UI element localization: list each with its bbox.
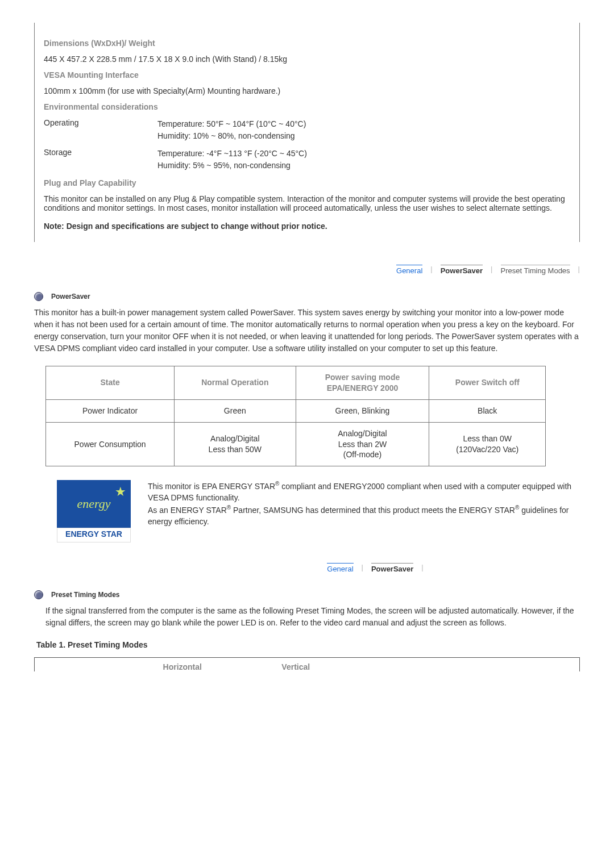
env-heading: Environmental considerations: [44, 102, 570, 111]
energy-star-logo: ★ energy ENERGY STAR: [57, 480, 131, 542]
bullet-icon: [34, 590, 43, 599]
col-off: Power Switch off: [429, 366, 546, 400]
energy-logo-caption: ENERGY STAR: [57, 528, 131, 542]
col-normal: Normal Operation: [175, 366, 296, 400]
row-label: Power Indicator: [46, 399, 175, 422]
powersaver-title: PowerSaver: [51, 293, 90, 301]
energy-p2a: As an ENERGY STAR: [148, 505, 227, 514]
section-tabs: General | PowerSaver |: [34, 563, 580, 573]
env-operating-value: Temperature: 50°F ~ 104°F (10°C ~ 40°C) …: [157, 118, 570, 142]
tab-separator: |: [362, 563, 363, 573]
dimensions-heading: Dimensions (WxDxH)/ Weight: [44, 39, 570, 48]
table-row: State Normal Operation Power saving mode…: [46, 366, 546, 400]
env-storage-value: Temperature: -4°F ~113 °F (-20°C ~ 45°C)…: [157, 148, 570, 172]
col-horizontal: Horizontal: [126, 662, 239, 671]
col-spacer: [35, 662, 126, 671]
tab-general[interactable]: General: [396, 265, 422, 275]
section-tabs: General | PowerSaver | Preset Timing Mod…: [34, 265, 580, 275]
section-heading: PowerSaver: [34, 292, 580, 301]
tab-separator: |: [421, 563, 423, 573]
tab-separator: |: [491, 265, 492, 275]
col-state: State: [46, 366, 175, 400]
vesa-value: 100mm x 100mm (for use with Specialty(Ar…: [44, 86, 570, 95]
env-row: Operating Temperature: 50°F ~ 104°F (10°…: [44, 118, 570, 142]
col-vertical: Vertical: [239, 662, 353, 671]
dimensions-value: 445 X 457.2 X 228.5 mm / 17.5 X 18 X 9.0…: [44, 55, 570, 64]
bullet-icon: [34, 292, 43, 301]
env-row: Storage Temperature: -4°F ~113 °F (-20°C…: [44, 148, 570, 172]
energy-p2b: Partner, SAMSUNG has determined that thi…: [231, 505, 515, 514]
cell: Green: [175, 399, 296, 422]
col-saving: Power saving mode EPA/ENERGY 2000: [296, 366, 429, 400]
tab-separator: |: [578, 265, 580, 275]
preset-title: Preset Timing Modes: [51, 591, 119, 599]
spec-box: Dimensions (WxDxH)/ Weight 445 X 457.2 X…: [34, 23, 580, 242]
section-heading: Preset Timing Modes: [34, 590, 580, 599]
tab-separator: |: [430, 265, 432, 275]
power-table: State Normal Operation Power saving mode…: [45, 366, 546, 466]
col-spacer: [352, 662, 466, 671]
tab-preset-timing[interactable]: Preset Timing Modes: [501, 265, 570, 275]
preset-body: If the signal transferred from the compu…: [45, 605, 580, 629]
vesa-heading: VESA Mounting Interface: [44, 70, 570, 80]
energy-p1a: This monitor is EPA ENERGY STAR: [148, 482, 275, 491]
preset-table-title: Table 1. Preset Timing Modes: [36, 640, 580, 649]
preset-table: Horizontal Vertical: [34, 657, 580, 671]
pnp-heading: Plug and Play Capability: [44, 178, 570, 187]
cell: Analog/Digital Less than 2W (Off-mode): [296, 422, 429, 466]
energy-text: This monitor is EPA ENERGY STAR® complia…: [148, 480, 580, 527]
pnp-body: This monitor can be installed on any Plu…: [44, 194, 570, 212]
tab-general[interactable]: General: [327, 563, 353, 573]
cell: Less than 0W (120Vac/220 Vac): [429, 422, 546, 466]
env-operating-label: Operating: [44, 118, 157, 142]
row-label: Power Consumption: [46, 422, 175, 466]
tab-powersaver[interactable]: PowerSaver: [371, 563, 413, 573]
table-row: Power Indicator Green Green, Blinking Bl…: [46, 399, 546, 422]
tab-powersaver[interactable]: PowerSaver: [441, 265, 483, 275]
cell: Green, Blinking: [296, 399, 429, 422]
star-icon: ★: [115, 485, 126, 499]
spec-note: Note: Design and specifications are subj…: [44, 222, 570, 231]
cell: Black: [429, 399, 546, 422]
col-spacer: [466, 662, 580, 671]
env-storage-label: Storage: [44, 148, 157, 172]
powersaver-body: This monitor has a built-in power manage…: [34, 307, 580, 354]
energy-star-block: ★ energy ENERGY STAR This monitor is EPA…: [57, 480, 580, 542]
table-row: Power Consumption Analog/Digital Less th…: [46, 422, 546, 466]
cell: Analog/Digital Less than 50W: [175, 422, 296, 466]
